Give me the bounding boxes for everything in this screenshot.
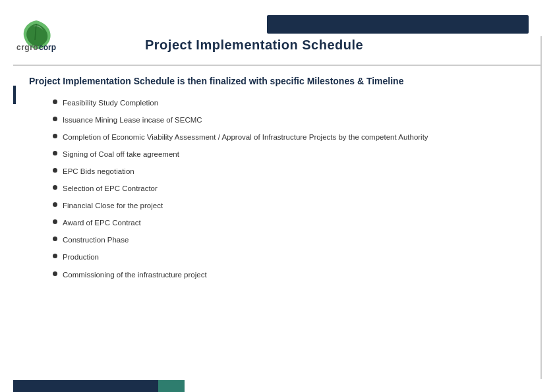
footer-bars <box>13 380 185 392</box>
list-item-text: Production <box>63 252 99 262</box>
footer-bar-teal <box>158 380 185 392</box>
list-item-text: Construction Phase <box>63 235 129 245</box>
list-item-text: Completion of Economic Viability Assessm… <box>63 132 428 142</box>
divider <box>13 65 542 66</box>
header: crgro corp Project Implementation Schedu… <box>0 0 555 59</box>
list-item-text: Selection of EPC Contractor <box>63 183 158 194</box>
list-item: Signing of Coal off take agreement <box>53 149 535 159</box>
header-title-area: Project Implementation Schedule <box>132 15 542 53</box>
bullet-dot-icon <box>53 219 57 224</box>
footer-bar-dark <box>13 380 158 392</box>
list-item: Completion of Economic Viability Assessm… <box>53 132 535 142</box>
list-item-text: EPC Bids negotiation <box>63 166 134 177</box>
list-item: Award of EPC Contract <box>53 217 535 228</box>
list-item: Production <box>53 252 535 262</box>
list-item-text: Feasibility Study Completion <box>63 98 158 108</box>
bullet-dot-icon <box>53 237 57 241</box>
list-item-text: Award of EPC Contract <box>63 217 141 228</box>
list-item: Financial Close for the project <box>53 200 535 211</box>
section-title: Project Implementation Schedule is then … <box>29 75 535 88</box>
list-item: Issuance Mining Lease incase of SECMC <box>53 115 535 125</box>
list-item-text: Financial Close for the project <box>63 200 163 211</box>
bullet-dot-icon <box>53 254 57 258</box>
bullet-list: Feasibility Study CompletionIssuance Min… <box>53 98 535 280</box>
bullet-dot-icon <box>53 202 57 207</box>
list-item: Feasibility Study Completion <box>53 98 535 108</box>
bullet-dot-icon <box>53 117 57 121</box>
left-accent-bar <box>13 86 16 104</box>
list-item: Selection of EPC Contractor <box>53 183 535 194</box>
right-border <box>540 36 542 379</box>
page-title: Project Implementation Schedule <box>145 38 542 53</box>
list-item: EPC Bids negotiation <box>53 166 535 177</box>
list-item: Construction Phase <box>53 235 535 245</box>
list-item-text: Signing of Coal off take agreement <box>63 149 179 159</box>
bullet-dot-icon <box>53 134 57 138</box>
nav-bar <box>267 15 529 34</box>
logo-area: crgro corp <box>13 16 132 52</box>
bullet-dot-icon <box>53 99 57 104</box>
svg-text:crgro: crgro <box>16 43 38 52</box>
bullet-dot-icon <box>53 168 57 173</box>
page: crgro corp Project Implementation Schedu… <box>0 0 555 392</box>
bullet-dot-icon <box>53 185 57 190</box>
bullet-dot-icon <box>53 151 57 155</box>
list-item-text: Issuance Mining Lease incase of SECMC <box>63 115 202 125</box>
list-item: Commissioning of the infrastructure proj… <box>53 269 535 280</box>
logo-icon: crgro corp <box>13 16 86 52</box>
list-item-text: Commissioning of the infrastructure proj… <box>63 269 207 280</box>
main-content: Project Implementation Schedule is then … <box>0 69 555 293</box>
bullet-dot-icon <box>53 271 57 276</box>
svg-text:corp: corp <box>39 43 56 52</box>
